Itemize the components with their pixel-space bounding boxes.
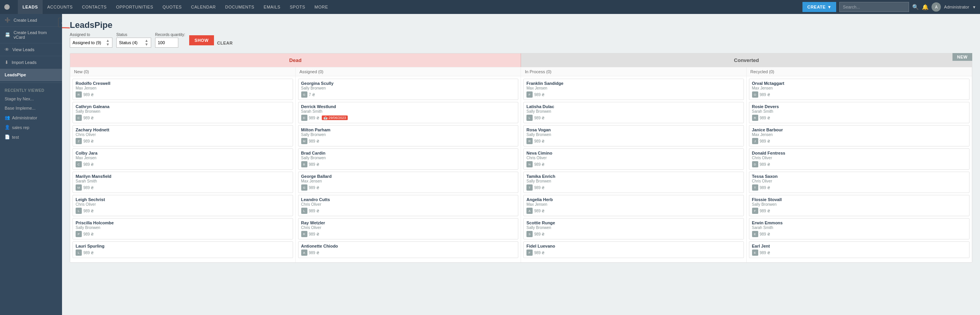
- kanban-card[interactable]: Fidel Luevano F 989 ₴: [523, 241, 744, 258]
- show-button[interactable]: SHOW: [189, 35, 214, 45]
- card-price: 989 ₴: [83, 139, 94, 143]
- sidebar-recent-item-sales[interactable]: 👤 sales rep ✏: [0, 122, 62, 132]
- card-meta: Z 989 ₴: [76, 138, 290, 144]
- nav-item-quotes[interactable]: QUOTES: [158, 0, 186, 14]
- card-name: Tessa Saxon: [752, 174, 967, 179]
- card-avatar: A: [301, 250, 307, 256]
- nav-item-accounts[interactable]: ACCOUNTS: [43, 0, 78, 14]
- nav-item-emails[interactable]: EMAILS: [259, 0, 285, 14]
- nav-item-spots[interactable]: SPOTS: [285, 0, 310, 14]
- sidebar-item-create-lead-vcard[interactable]: 📇 Create Lead from vCard: [0, 27, 62, 43]
- nav-item-calendar[interactable]: CALENDAR: [186, 0, 221, 14]
- card-price: 989 ₴: [534, 139, 545, 143]
- kanban-card[interactable]: Georgina Scully Sally Bronwen G 7 ₴: [298, 79, 519, 100]
- card-avatar: R: [76, 91, 82, 98]
- app-logo[interactable]: [4, 4, 12, 10]
- card-meta: S 989 ₴: [526, 231, 741, 237]
- sidebar-item-leadspipe[interactable]: LeadsPipe: [0, 69, 62, 81]
- kanban-card[interactable]: Latisha Dulac Sally Bronwen L 989 ₴: [523, 102, 744, 123]
- sidebar-toggle[interactable]: ◀: [58, 18, 62, 27]
- sidebar-item-create-lead[interactable]: ➕ Create Lead: [0, 14, 62, 27]
- card-assignee: Sally Bronwen: [76, 225, 290, 230]
- card-avatar: M: [301, 138, 307, 144]
- card-avatar: L: [76, 250, 82, 256]
- main-content: LeadsPipe Assigned to Assigned to (9) ▲▼: [62, 14, 980, 315]
- kanban-board: Dead Converted New (0) Assigned (0) In P…: [70, 53, 972, 263]
- section-headers: Dead Converted: [70, 53, 972, 67]
- kanban-card[interactable]: Leandro Cutts Chris Oliver L 989 ₴: [298, 195, 519, 216]
- kanban-card[interactable]: Antionette Chiodo A 989 ₴: [298, 241, 519, 258]
- kanban-card[interactable]: Angelia Herb Max Jensen A 989 ₴: [523, 195, 744, 216]
- card-name: Neva Cimino: [526, 151, 741, 155]
- kanban-card[interactable]: Tamika Enrich Sally Bronwen T 989 ₴: [523, 172, 744, 193]
- sidebar-recent-item-base[interactable]: Base Impleme... ✏: [0, 103, 62, 113]
- kanban-card[interactable]: Derrick Westlund Sarah Smith D 989 ₴ 📅 2…: [298, 102, 519, 123]
- card-assignee: Sally Bronwen: [526, 133, 741, 137]
- col-header-new: New (0): [70, 67, 296, 76]
- card-avatar: M: [76, 184, 82, 191]
- kanban-card[interactable]: Marilyn Mansfield Sarah Smith M 989 ₴: [72, 172, 293, 193]
- nav-item-documents[interactable]: DOCUMENTS: [221, 0, 259, 14]
- kanban-card[interactable]: Colby Jara Max Jensen C 989 ₴: [72, 148, 293, 170]
- card-assignee: Sally Bronwen: [526, 179, 741, 183]
- card-name: Lauri Spurling: [76, 244, 290, 248]
- sidebar-recent-item-admin[interactable]: 👥 Administrator ✏: [0, 113, 62, 122]
- card-meta: M 989 ₴: [301, 138, 516, 144]
- sidebar-recent-item-stage[interactable]: Stage by Nex... ✏: [0, 94, 62, 103]
- kanban-card[interactable]: Lauri Spurling L 989 ₴: [72, 241, 293, 258]
- sidebar-divider: [0, 83, 62, 83]
- nav-item-contacts[interactable]: CONTACTS: [78, 0, 112, 14]
- kanban-card[interactable]: Tessa Saxon Chris Oliver T 989 ₴: [749, 172, 970, 193]
- card-assignee: Chris Oliver: [76, 202, 290, 207]
- kanban-card[interactable]: Orval Mctaggart Max Jensen O 989 ₴: [749, 79, 970, 100]
- card-assignee: Sally Bronwen: [301, 133, 516, 137]
- recently-viewed-label: Recently Viewed: [0, 84, 62, 94]
- kanban-card[interactable]: Priscilla Holcombe Sally Bronwen P 989 ₴: [72, 218, 293, 239]
- nav-item-more[interactable]: MORE: [310, 0, 333, 14]
- search-input[interactable]: [839, 2, 909, 12]
- kanban-card[interactable]: Rosa Vogan Sally Bronwen R 989 ₴: [523, 125, 744, 146]
- filter-status-select[interactable]: Status (4) ▲▼: [116, 38, 151, 48]
- clear-button[interactable]: CLEAR: [217, 41, 233, 45]
- kanban-card[interactable]: Scottie Runge Sally Bronwen S 989 ₴: [523, 218, 744, 239]
- card-meta: G 989 ₴: [301, 184, 516, 191]
- search-icon-button[interactable]: 🔍: [912, 4, 919, 10]
- kanban-card[interactable]: Rodolfo Creswell Max Jensen R 989 ₴: [72, 79, 293, 100]
- kanban-card[interactable]: Neva Cimino Chris Oliver N 989 ₴: [523, 148, 744, 170]
- kanban-card[interactable]: Cathryn Galeana Sally Bronwen C 989 ₴: [72, 102, 293, 123]
- card-meta: D 989 ₴ 📅 29/06/2023: [301, 115, 516, 121]
- sidebar-recent-item-label: sales rep: [12, 125, 29, 130]
- kanban-card[interactable]: Franklin Sandidge Max Jensen F 989 ₴: [523, 79, 744, 100]
- kanban-card[interactable]: Flossie Stovall Sally Bronwen F 989 ₴: [749, 195, 970, 216]
- card-meta: C 989 ₴: [76, 161, 290, 167]
- user-name[interactable]: Administrator: [944, 5, 969, 9]
- kanban-card[interactable]: Milton Parham Sally Bronwen M 989 ₴: [298, 125, 519, 146]
- kanban-card[interactable]: Erwin Emmons Sarah Smith E 989 ₴: [749, 218, 970, 239]
- create-button[interactable]: CREATE ▼: [802, 2, 836, 12]
- kanban-card[interactable]: Leigh Sechrist Chris Oliver L 989 ₴: [72, 195, 293, 216]
- sidebar-item-import-leads[interactable]: ⬇ Import Leads: [0, 56, 62, 69]
- card-avatar: T: [752, 184, 758, 191]
- nav-item-leads[interactable]: LEADS: [18, 0, 43, 14]
- sidebar-recent-item-test[interactable]: 📄 test ✏: [0, 132, 62, 142]
- kanban-card[interactable]: George Ballard Max Jensen G 989 ₴: [298, 172, 519, 193]
- card-price: 989 ₴: [760, 232, 770, 236]
- filter-assigned-select[interactable]: Assigned to (9) ▲▼: [70, 38, 112, 48]
- sidebar-item-view-leads[interactable]: 👁 View Leads: [0, 43, 62, 56]
- new-button[interactable]: NEW: [952, 53, 972, 61]
- card-price: 989 ₴: [534, 93, 545, 97]
- card-price: 989 ₴: [83, 93, 94, 97]
- kanban-card[interactable]: Earl Jent E 989 ₴: [749, 241, 970, 258]
- kanban-card[interactable]: Zachary Hodnett Chris Oliver Z 989 ₴: [72, 125, 293, 146]
- kanban-card[interactable]: Rosie Devers Sarah Smith R 989 ₴: [749, 102, 970, 123]
- card-name: Leigh Sechrist: [76, 197, 290, 202]
- kanban-card[interactable]: Ray Wetzler Chris Oliver R 989 ₴: [298, 218, 519, 239]
- card-assignee: Sarah Smith: [76, 179, 290, 183]
- records-quantity-input[interactable]: [155, 38, 178, 48]
- kanban-card[interactable]: Brad Cardin Sally Bronwen B 989 ₴: [298, 148, 519, 170]
- kanban-card[interactable]: Janice Barbour Max Jensen J 989 ₴: [749, 125, 970, 146]
- notifications-button[interactable]: 🔔: [922, 4, 928, 10]
- nav-item-opportunities[interactable]: OPPORTUNITIES: [111, 0, 158, 14]
- card-price: 7 ₴: [309, 93, 315, 97]
- kanban-card[interactable]: Donald Fentress Chris Oliver D 989 ₴: [749, 148, 970, 170]
